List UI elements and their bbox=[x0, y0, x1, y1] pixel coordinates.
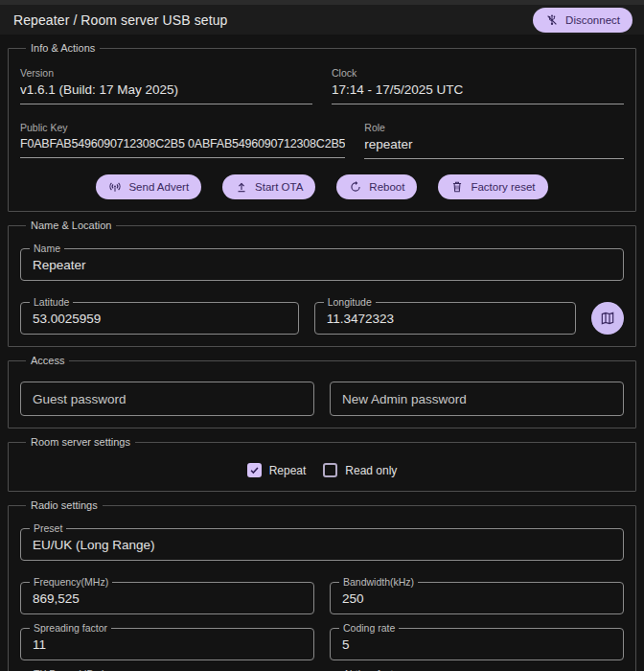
upload-icon bbox=[235, 180, 248, 194]
admin-password-field bbox=[330, 382, 624, 416]
name-field: Name bbox=[20, 248, 624, 281]
main-content: Info & Actions Version v1.6.1 (Build: 17… bbox=[0, 35, 644, 671]
broadcast-icon bbox=[108, 180, 122, 194]
name-input[interactable] bbox=[33, 258, 611, 272]
section-radio-legend: Radio settings bbox=[26, 499, 103, 511]
longitude-field-label: Longitude bbox=[324, 296, 376, 308]
role-field: Role repeater bbox=[364, 118, 624, 159]
role-label: Role bbox=[364, 122, 624, 133]
section-radio: Radio settings Preset Frequency(MHz) Ban… bbox=[8, 499, 636, 671]
preset-field: Preset bbox=[20, 528, 624, 561]
section-name-location-legend: Name & Location bbox=[26, 220, 116, 231]
version-value: v1.6.1 (Build: 17 May 2025) bbox=[20, 82, 312, 104]
app-header: Repeater / Room server USB setup Disconn… bbox=[0, 5, 644, 35]
map-button[interactable] bbox=[591, 302, 624, 335]
section-room-server-legend: Room server settings bbox=[26, 436, 135, 448]
factory-reset-button[interactable]: Factory reset bbox=[438, 174, 547, 199]
bandwidth-field-label: Bandwidth(kHz) bbox=[339, 576, 418, 588]
coding-rate-field: Coding rate bbox=[330, 628, 624, 660]
reboot-label: Reboot bbox=[369, 181, 404, 193]
start-ota-label: Start OTA bbox=[255, 181, 303, 193]
latitude-field-label: Latitude bbox=[30, 296, 73, 308]
clock-label: Clock bbox=[332, 67, 624, 79]
spreading-factor-field: Spreading factor bbox=[20, 628, 314, 660]
longitude-input[interactable] bbox=[327, 312, 564, 326]
longitude-field: Longitude bbox=[314, 302, 576, 335]
latitude-field: Latitude bbox=[20, 302, 299, 335]
read-only-checkbox-box[interactable] bbox=[323, 463, 337, 477]
spreading-factor-field-label: Spreading factor bbox=[30, 622, 111, 634]
repeat-checkbox-box[interactable] bbox=[247, 463, 262, 477]
send-advert-button[interactable]: Send Advert bbox=[96, 174, 201, 199]
clock-field: Clock 17:14 - 17/5/2025 UTC bbox=[332, 63, 624, 104]
public-key-field: Public Key F0ABFAB5496090712308C2B5 0ABF… bbox=[20, 118, 345, 159]
repeat-checkbox-label: Repeat bbox=[269, 464, 307, 477]
latitude-input[interactable] bbox=[33, 312, 287, 326]
frequency-input[interactable] bbox=[33, 591, 302, 606]
read-only-checkbox-label: Read only bbox=[345, 464, 397, 477]
bandwidth-field: Bandwidth(kHz) bbox=[330, 582, 624, 614]
section-access: Access bbox=[8, 355, 636, 428]
frequency-field: Frequency(MHz) bbox=[20, 582, 314, 614]
section-info-actions: Info & Actions Version v1.6.1 (Build: 17… bbox=[8, 42, 636, 212]
guest-password-input[interactable] bbox=[33, 392, 302, 406]
page-title: Repeater / Room server USB setup bbox=[13, 12, 227, 28]
start-ota-button[interactable]: Start OTA bbox=[222, 174, 315, 199]
map-icon bbox=[600, 311, 615, 326]
version-field: Version v1.6.1 (Build: 17 May 2025) bbox=[20, 63, 312, 104]
disconnect-button-label: Disconnect bbox=[565, 14, 620, 26]
version-label: Version bbox=[20, 67, 312, 79]
section-room-server: Room server settings Repeat Read only bbox=[8, 436, 636, 492]
send-advert-label: Send Advert bbox=[128, 181, 189, 193]
preset-field-label: Preset bbox=[30, 522, 66, 534]
factory-reset-label: Factory reset bbox=[471, 181, 535, 193]
section-info-actions-legend: Info & Actions bbox=[26, 42, 100, 54]
guest-password-field bbox=[20, 382, 314, 416]
disconnect-button[interactable]: Disconnect bbox=[533, 8, 632, 33]
clock-value: 17:14 - 17/5/2025 UTC bbox=[332, 82, 624, 104]
bandwidth-input[interactable] bbox=[342, 591, 611, 606]
spreading-factor-input[interactable] bbox=[33, 637, 302, 652]
frequency-field-label: Frequency(MHz) bbox=[30, 576, 112, 588]
trash-icon bbox=[450, 180, 464, 194]
public-key-value: F0ABFAB5496090712308C2B5 0ABFAB549609071… bbox=[20, 137, 345, 158]
public-key-label: Public Key bbox=[20, 122, 345, 133]
admin-password-input[interactable] bbox=[342, 392, 611, 406]
repeat-checkbox[interactable]: Repeat bbox=[247, 463, 307, 477]
reboot-button[interactable]: Reboot bbox=[336, 174, 417, 199]
section-name-location: Name & Location Name Latitude Longitude bbox=[8, 220, 636, 347]
role-value: repeater bbox=[364, 137, 624, 159]
coding-rate-field-label: Coding rate bbox=[339, 622, 399, 634]
usb-off-icon bbox=[545, 13, 559, 27]
restart-icon bbox=[349, 180, 362, 194]
section-access-legend: Access bbox=[26, 355, 69, 366]
name-field-label: Name bbox=[30, 243, 64, 254]
read-only-checkbox[interactable]: Read only bbox=[323, 463, 397, 477]
preset-input[interactable] bbox=[33, 538, 611, 552]
coding-rate-input[interactable] bbox=[342, 637, 611, 652]
